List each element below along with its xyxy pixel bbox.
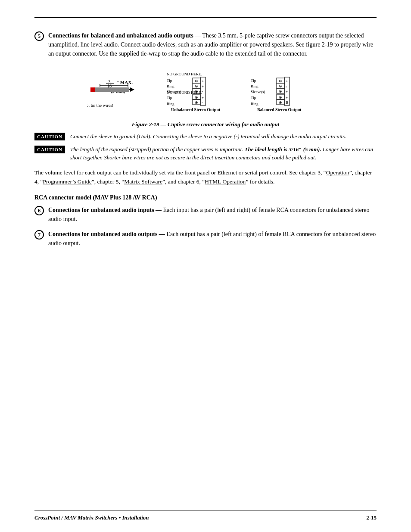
para-text-mid3: ”, and chapter 6, “ bbox=[162, 178, 205, 185]
footer: CrossPoint / MAV Matrix Switchers • Inst… bbox=[34, 514, 377, 521]
caution-text-2: The length of the exposed (stripped) por… bbox=[70, 145, 377, 162]
item-5-text: Connections for balanced and unbalanced … bbox=[48, 31, 377, 58]
caution-block-1: CAUTION Connect the sleeve to ground (Gn… bbox=[34, 132, 377, 141]
matrix-software-link[interactable]: Matrix Software bbox=[124, 178, 162, 185]
svg-text:⊗: ⊗ bbox=[279, 100, 282, 105]
svg-text:Tip: Tip bbox=[167, 96, 172, 100]
rca-section-heading: RCA connector model (MAV Plus 128 AV RCA… bbox=[34, 194, 377, 201]
operation-link[interactable]: Operation bbox=[326, 169, 349, 176]
item-7-number: 7 bbox=[34, 230, 44, 240]
figure-caption: Figure 2-19 — Captive screw connector wi… bbox=[132, 121, 280, 128]
item-5-heading: Connections for balanced and unbalanced … bbox=[48, 32, 201, 39]
svg-text:+: + bbox=[202, 95, 204, 100]
caution2-text-plain: The length of the exposed (stripped) por… bbox=[70, 146, 245, 152]
unbal-svg: NO GROUND HERE. NO GROUND HERE. Tip ⊗ + … bbox=[165, 70, 240, 113]
diagram-container: 3 16 " MAX. (5 mm) Do not tin the wires!… bbox=[87, 70, 324, 113]
svg-text:Tip: Tip bbox=[251, 78, 256, 83]
svg-text:+: + bbox=[286, 79, 288, 83]
svg-marker-1 bbox=[130, 87, 134, 92]
caution2-text-bold: The ideal length is 3/16″ (5 mm). bbox=[245, 146, 321, 152]
body-paragraph: The volume level for each output can be … bbox=[34, 168, 377, 187]
para-text-before: The volume level for each output can be … bbox=[34, 169, 326, 176]
svg-text:+: + bbox=[202, 84, 204, 88]
item-5-number: 5 bbox=[34, 31, 44, 41]
svg-text:Ring: Ring bbox=[251, 102, 258, 106]
top-rule bbox=[34, 17, 377, 18]
item-6-number: 6 bbox=[34, 206, 44, 215]
svg-text:+: + bbox=[286, 95, 288, 100]
caution-block-2: CAUTION The length of the exposed (strip… bbox=[34, 145, 377, 162]
para-text-end: ” for details. bbox=[246, 178, 274, 185]
footer-left: CrossPoint / MAV Matrix Switchers • Inst… bbox=[34, 514, 149, 521]
caution-badge-1: CAUTION bbox=[34, 133, 65, 140]
svg-text:Ring: Ring bbox=[167, 84, 174, 88]
svg-text:⊗: ⊗ bbox=[279, 84, 282, 88]
wire-section: 3 16 " MAX. (5 mm) Do not tin the wires! bbox=[87, 75, 156, 113]
figure-2-19-area: 3 16 " MAX. (5 mm) Do not tin the wires!… bbox=[34, 66, 377, 128]
item-7-text: Connections for unbalanced audio outputs… bbox=[48, 230, 377, 248]
item-6-text: Connections for unbalanced audio inputs … bbox=[48, 205, 377, 224]
svg-text:⊗: ⊗ bbox=[279, 79, 282, 83]
item-5: 5 Connections for balanced and unbalance… bbox=[34, 31, 377, 58]
svg-text:NO GROUND HERE.: NO GROUND HERE. bbox=[167, 72, 202, 76]
svg-text:Balanced Stereo Output: Balanced Stereo Output bbox=[257, 107, 302, 112]
svg-text:Sleeve(s): Sleeve(s) bbox=[167, 90, 181, 94]
svg-text:⊗: ⊗ bbox=[195, 95, 198, 100]
para-text-mid2: ”, chapter 5, “ bbox=[92, 178, 124, 185]
item-6: 6 Connections for unbalanced audio input… bbox=[34, 205, 377, 224]
svg-text:B: B bbox=[286, 100, 288, 105]
caution-badge-2: CAUTION bbox=[34, 146, 65, 153]
svg-rect-10 bbox=[90, 87, 95, 92]
item-7-heading: Connections for unbalanced audio outputs… bbox=[48, 231, 165, 237]
page: 5 Connections for balanced and unbalance… bbox=[0, 0, 411, 532]
footer-right: 2-15 bbox=[366, 514, 377, 521]
svg-text:⊗: ⊗ bbox=[195, 89, 198, 93]
svg-text:Unbalanced Stereo Output: Unbalanced Stereo Output bbox=[171, 107, 221, 112]
balanced-stereo-section: Tip ⊗ + Ring ⊗ r Sleeve(s) ⊗ + Tip bbox=[249, 70, 324, 113]
svg-text:Tip: Tip bbox=[167, 78, 172, 83]
svg-text:+: + bbox=[202, 79, 204, 83]
svg-text:Sleeve(s): Sleeve(s) bbox=[251, 90, 265, 94]
svg-text:⊗: ⊗ bbox=[195, 79, 198, 83]
svg-text:⊗: ⊗ bbox=[279, 95, 282, 100]
svg-text:r: r bbox=[286, 84, 287, 88]
html-operation-link[interactable]: HTML Operation bbox=[205, 178, 246, 185]
unbalanced-stereo-section: NO GROUND HERE. NO GROUND HERE. Tip ⊗ + … bbox=[165, 70, 240, 113]
svg-text:" MAX.: " MAX. bbox=[116, 80, 133, 85]
svg-text:Do not tin the wires!: Do not tin the wires! bbox=[87, 103, 113, 108]
svg-text:⊗: ⊗ bbox=[195, 100, 198, 105]
item-6-heading: Connections for unbalanced audio inputs … bbox=[48, 207, 162, 213]
programmers-guide-link[interactable]: Programmer’s Guide bbox=[43, 178, 92, 185]
svg-text:-: - bbox=[202, 89, 203, 93]
svg-rect-11 bbox=[95, 87, 129, 92]
svg-text:Ring: Ring bbox=[167, 102, 174, 106]
svg-text:Ring: Ring bbox=[251, 84, 258, 88]
svg-text:-: - bbox=[202, 100, 203, 105]
svg-text:⊗: ⊗ bbox=[279, 89, 282, 93]
wire-diagram-svg: 3 16 " MAX. (5 mm) Do not tin the wires! bbox=[87, 75, 156, 113]
footer-rule bbox=[34, 510, 377, 510]
svg-text:+: + bbox=[286, 89, 288, 93]
bal-svg: Tip ⊗ + Ring ⊗ r Sleeve(s) ⊗ + Tip bbox=[249, 70, 324, 113]
caution-text-1: Connect the sleeve to ground (Gnd). Conn… bbox=[70, 132, 377, 141]
svg-text:⊗: ⊗ bbox=[195, 84, 198, 88]
item-7: 7 Connections for unbalanced audio outpu… bbox=[34, 230, 377, 248]
svg-text:Tip: Tip bbox=[251, 96, 256, 100]
